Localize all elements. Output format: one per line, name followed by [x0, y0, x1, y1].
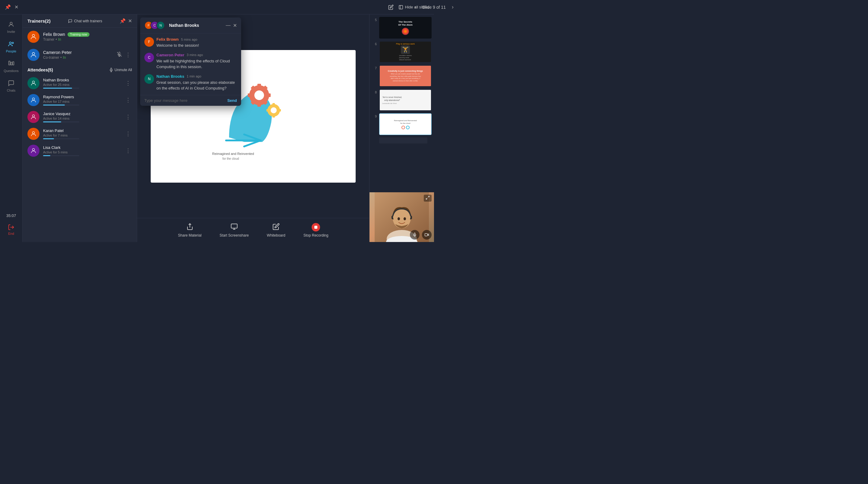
chat-minimize-btn[interactable]: — — [226, 23, 230, 28]
raymond-more-btn[interactable]: ⋮ — [124, 97, 132, 103]
svg-point-18 — [32, 115, 34, 117]
slide-thumb-9[interactable]: 9 Reimagined and Reinventedfor the cloud — [372, 113, 432, 135]
unmute-all-label: Unmute All — [115, 68, 132, 72]
video-expand-btn[interactable] — [424, 195, 432, 202]
share-material-icon — [186, 223, 193, 232]
chat-message-1: F Felix Brown 5 mins ago Welcome to the … — [144, 37, 237, 49]
felix-msg-time: 5 mins ago — [181, 38, 197, 41]
svg-rect-34 — [273, 115, 275, 118]
bottom-toolbar: Share Material Start Screenshare Whitebo… — [137, 218, 369, 242]
lisa-status: Active for 5 mins — [43, 150, 121, 154]
stop-rec-circle — [312, 223, 320, 232]
panel-pin-btn[interactable]: 📌 — [120, 18, 126, 24]
svg-rect-6 — [10, 62, 12, 65]
nathan-more-btn[interactable]: ⋮ — [124, 80, 132, 87]
janice-avatar — [27, 111, 39, 123]
karan-name: Karan Patel — [43, 128, 121, 133]
pin-icon-btn[interactable]: 📌 — [5, 4, 11, 10]
send-message-btn[interactable]: Send — [227, 98, 237, 103]
cameron-msg-text: We will be highlighting the effects of C… — [156, 58, 237, 70]
end-session-btn[interactable]: End — [0, 220, 22, 239]
unmute-all-btn[interactable]: Unmute All — [109, 68, 132, 72]
panel-pin-close: 📌 ✕ — [120, 18, 132, 24]
janice-name: Janice Vasquez — [43, 112, 121, 116]
close-panel-btn[interactable]: ✕ — [14, 4, 19, 10]
raymond-name: Raymond Powers — [43, 95, 121, 99]
nathan-msg-avatar: N — [144, 74, 154, 84]
mic-control-btn[interactable] — [410, 230, 420, 240]
raymond-progress-fill — [43, 104, 65, 105]
svg-rect-35 — [278, 109, 281, 112]
nathan-msg-time: 1 min ago — [187, 74, 201, 78]
svg-point-10 — [32, 53, 35, 55]
chat-title: Nathan Brooks — [169, 23, 223, 28]
lisa-info: Lisa Clark Active for 5 mins — [43, 145, 121, 156]
share-material-btn[interactable]: Share Material — [178, 223, 202, 238]
sidebar-item-invite[interactable]: Invite — [0, 18, 22, 37]
raymond-status: Active for 17 mins — [43, 100, 121, 103]
chat-overlay: F C N Nathan Brooks — ✕ F — [140, 18, 241, 106]
slide-thumb-5[interactable]: 5 The SecretsOf The Atom — [372, 17, 432, 38]
slide-num-7: 7 — [372, 66, 377, 70]
chat-close-btn[interactable]: ✕ — [233, 23, 237, 28]
stop-rec-square — [314, 226, 317, 229]
felix-msg-name: Felix Brown — [156, 37, 179, 41]
cameron-status: In — [63, 56, 66, 60]
slide-img-7: Creativity is just connecting things Whe… — [379, 65, 432, 87]
felix-avatar — [27, 31, 39, 43]
start-screenshare-btn[interactable]: Start Screenshare — [220, 223, 249, 238]
trainer-item-felix: Felix Brown Training now Trainer • In — [23, 28, 137, 46]
slide-img-8: "Art is never finished,only abandoned" L… — [379, 89, 432, 111]
chat-input[interactable] — [144, 98, 224, 103]
lisa-more-btn[interactable]: ⋮ — [124, 147, 132, 154]
right-panel: 5 The SecretsOf The Atom 6 Play is serio… — [369, 14, 434, 242]
svg-point-17 — [32, 98, 34, 100]
sidebar-item-people[interactable]: People — [0, 37, 22, 57]
invite-icon — [8, 21, 14, 29]
felix-status: In — [58, 37, 61, 41]
svg-rect-41 — [231, 224, 237, 228]
chat-trainers-label: Chat with trainers — [74, 19, 102, 23]
slide-thumb-7[interactable]: 7 Creativity is just connecting things W… — [372, 65, 432, 87]
panel-close-btn[interactable]: ✕ — [128, 18, 132, 24]
raymond-info: Raymond Powers Active for 17 mins — [43, 95, 121, 105]
karan-info: Karan Patel Active for 7 mins — [43, 128, 121, 139]
mute-cameron-btn[interactable] — [117, 52, 122, 58]
nathan-info: Nathan Brooks Active for 25 mins — [43, 78, 121, 89]
svg-rect-36 — [267, 109, 269, 112]
felix-info: Felix Brown Training now Trainer • In — [43, 32, 132, 41]
chat-message-2: C Cameron Peter 3 mins ago We will be hi… — [144, 53, 237, 70]
chat-with-trainers-btn[interactable]: Chat with trainers — [68, 19, 102, 23]
cameron-more-btn[interactable]: ⋮ — [124, 52, 132, 58]
svg-rect-5 — [9, 61, 10, 65]
edit-btn[interactable] — [388, 4, 394, 10]
svg-point-16 — [32, 81, 34, 83]
cameron-avatar — [27, 49, 39, 61]
karan-more-btn[interactable]: ⋮ — [124, 130, 132, 137]
svg-rect-7 — [13, 62, 14, 65]
sidebar-people-label: People — [6, 50, 16, 53]
people-panel: Trainers(2) Chat with trainers 📌 ✕ Feli — [23, 14, 137, 242]
whiteboard-btn[interactable]: Whiteboard — [267, 223, 285, 238]
camera-control-btn[interactable] — [422, 230, 432, 240]
chat-avatar-nathan: N — [156, 21, 165, 30]
cameron-msg-content: Cameron Peter 3 mins ago We will be high… — [156, 53, 237, 70]
karan-progress-bar — [43, 138, 79, 139]
svg-point-2 — [10, 22, 12, 24]
slides-panel: 5 The SecretsOf The Atom 6 Play is serio… — [370, 14, 434, 192]
slide-navigation: ‹ Slide 9 of 11 › — [412, 3, 434, 11]
prev-slide-btn[interactable]: ‹ — [412, 3, 418, 11]
svg-point-4 — [12, 42, 13, 44]
slide-thumb-6[interactable]: 6 Play is serious work 🏋️ simulation sta… — [372, 41, 432, 63]
slide-thumb-8[interactable]: 8 "Art is never finished,only abandoned"… — [372, 89, 432, 111]
lisa-avatar — [27, 145, 39, 157]
trainers-title: Trainers(2) — [27, 19, 51, 24]
svg-rect-23 — [257, 84, 261, 88]
janice-more-btn[interactable]: ⋮ — [124, 114, 132, 120]
stop-recording-btn[interactable]: Stop Recording — [304, 223, 329, 238]
sidebar-item-chats[interactable]: Chats — [0, 76, 22, 96]
cameron-actions: ⋮ — [117, 52, 132, 58]
sidebar-item-questions[interactable]: Questions — [0, 57, 22, 76]
chats-icon — [8, 80, 14, 87]
felix-role: Trainer — [43, 37, 55, 41]
